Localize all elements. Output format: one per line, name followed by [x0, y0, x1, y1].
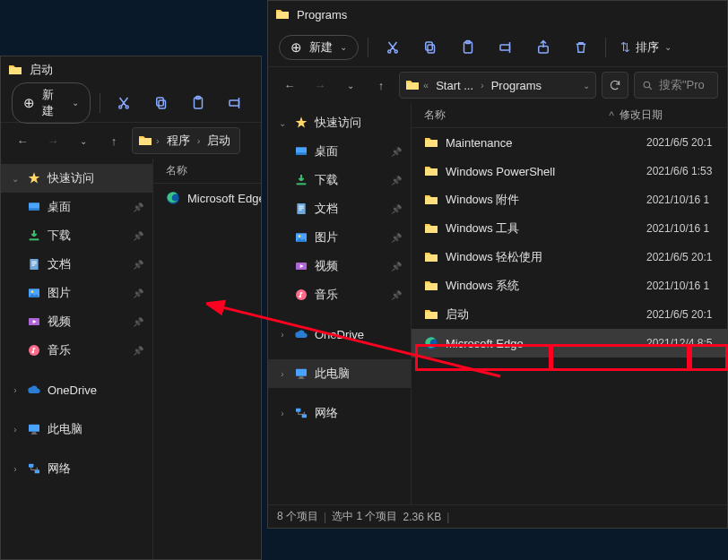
rename-icon[interactable] [221, 88, 250, 118]
sidebar-item-download[interactable]: 下载📌 [1, 221, 152, 250]
titlebar[interactable]: Programs [268, 1, 727, 28]
chevron-right-icon: › [481, 80, 484, 90]
new-button[interactable]: ⊕ 新建 ⌄ [279, 35, 359, 60]
edge-icon [166, 191, 180, 205]
column-headers[interactable]: 名称 [153, 159, 261, 184]
paste-icon[interactable] [183, 88, 212, 118]
column-name[interactable]: 名称 [424, 108, 603, 123]
sort-button[interactable]: ⇅排序⌄ [615, 32, 677, 63]
sidebar-item-picture[interactable]: 图片📌 [1, 279, 152, 307]
svg-rect-44 [302, 414, 307, 418]
titlebar[interactable]: 启动 [1, 56, 261, 83]
sidebar-item-doc[interactable]: 文档📌 [1, 250, 152, 279]
edge-icon [424, 336, 438, 350]
sidebar-item-pc[interactable]: ›此电脑 [268, 359, 411, 388]
sidebar-item-label: 此电脑 [48, 421, 82, 437]
column-headers[interactable]: 名称 ^ 修改日期 [412, 103, 727, 128]
svg-rect-32 [297, 203, 305, 214]
chevron-icon: › [277, 409, 288, 418]
up-button[interactable]: ↑ [368, 73, 394, 98]
sidebar-item-video[interactable]: 视频📌 [1, 307, 152, 336]
sidebar-item-picture[interactable]: 图片📌 [268, 223, 411, 252]
sidebar-item-desktop[interactable]: 桌面📌 [268, 137, 411, 166]
chevron-down-icon[interactable]: ⌄ [583, 81, 590, 90]
sidebar-item-network[interactable]: ›网络 [1, 454, 152, 483]
chevron-icon: ⌄ [10, 174, 21, 184]
svg-rect-1 [156, 98, 163, 106]
file-date: 2021/6/5 20:1 [646, 308, 727, 321]
recent-button[interactable]: ⌄ [71, 128, 96, 153]
recent-button[interactable]: ⌄ [338, 73, 363, 98]
sidebar-item-label: 图片 [315, 229, 338, 246]
doc-icon [293, 201, 309, 217]
search-input[interactable]: 搜索"Pro [634, 72, 718, 99]
file-item[interactable]: Microsoft Edge2021/12/4 8:5 [412, 329, 727, 358]
breadcrumb[interactable]: « Start ... › Programs ⌄ [399, 72, 596, 99]
sidebar-item-star[interactable]: ⌄快速访问 [268, 108, 411, 137]
sidebar-item-cloud[interactable]: ›OneDrive [1, 375, 152, 404]
forward-button[interactable]: → [40, 128, 65, 153]
sidebar-item-cloud[interactable]: ›OneDrive [268, 320, 411, 349]
file-item[interactable]: Windows PowerShell2021/6/6 1:53 [412, 157, 727, 185]
svg-rect-31 [297, 183, 307, 185]
copy-icon[interactable] [415, 32, 446, 63]
sidebar-item-video[interactable]: 视频📌 [268, 252, 411, 280]
cut-icon[interactable] [109, 88, 139, 118]
cloud-icon [26, 382, 42, 398]
crumb-current[interactable]: Programs [488, 79, 545, 92]
file-item[interactable]: Windows 轻松使用2021/6/5 20:1 [412, 243, 727, 271]
svg-point-37 [299, 235, 301, 237]
crumb-1[interactable]: 启动 [204, 133, 234, 149]
file-item[interactable]: Windows 工具2021/10/16 1 [412, 214, 727, 243]
delete-icon[interactable] [566, 32, 596, 63]
sidebar-item-network[interactable]: ›网络 [268, 399, 411, 427]
file-date: 2021/6/6 1:53 [646, 165, 727, 177]
sidebar-item-desktop[interactable]: 桌面📌 [1, 193, 152, 221]
file-date: 2021/10/16 1 [646, 280, 727, 292]
svg-rect-18 [31, 434, 38, 435]
file-item[interactable]: Windows 附件2021/10/16 1 [412, 185, 727, 214]
folder-icon [275, 7, 290, 22]
column-date[interactable]: 修改日期 [620, 108, 727, 123]
up-button[interactable]: ↑ [101, 128, 126, 153]
pin-icon: 📌 [391, 262, 402, 271]
download-icon [293, 172, 309, 188]
chevron-icon: › [10, 464, 21, 474]
copy-icon[interactable] [146, 88, 176, 118]
folder-icon [424, 164, 438, 178]
back-button[interactable]: ← [10, 128, 35, 153]
file-name: Windows 系统 [446, 278, 639, 294]
sidebar-item-music[interactable]: 音乐📌 [268, 280, 411, 309]
file-item[interactable]: Maintenance2021/6/5 20:1 [412, 128, 727, 157]
sidebar-item-pc[interactable]: ›此电脑 [1, 415, 152, 444]
cut-icon[interactable] [377, 32, 408, 63]
file-item[interactable]: Windows 系统2021/10/16 1 [412, 271, 727, 300]
paste-icon[interactable] [453, 32, 483, 63]
sidebar-item-label: OneDrive [315, 328, 364, 341]
back-button[interactable]: ← [277, 73, 302, 98]
pin-icon: 📌 [391, 204, 402, 214]
sidebar-item-doc[interactable]: 文档📌 [268, 194, 411, 223]
refresh-button[interactable] [602, 72, 628, 99]
svg-rect-42 [299, 378, 305, 379]
sidebar-item-star[interactable]: ⌄快速访问 [1, 164, 152, 193]
share-icon[interactable] [528, 32, 559, 63]
file-item[interactable]: 启动2021/6/5 20:1 [412, 300, 727, 329]
new-button[interactable]: ⊕ 新建 ⌄ [12, 82, 91, 124]
file-item[interactable]: Microsoft Edge [153, 184, 261, 212]
file-date: 2021/12/4 8:5 [646, 337, 727, 349]
crumb-prefix[interactable]: Start ... [432, 79, 477, 92]
sidebar-item-download[interactable]: 下载📌 [268, 166, 411, 194]
rename-icon[interactable] [490, 32, 521, 63]
toolbar: ⊕ 新建 ⌄ [1, 83, 261, 123]
crumb-0[interactable]: 程序 [163, 133, 194, 149]
content: 名称 Microsoft Edge [153, 159, 261, 559]
chevron-icon: › [277, 369, 288, 379]
svg-rect-6 [29, 208, 39, 211]
folder-icon [405, 78, 420, 92]
sidebar-item-music[interactable]: 音乐📌 [1, 336, 152, 365]
forward-button[interactable]: → [308, 73, 333, 98]
column-name[interactable]: 名称 [166, 163, 261, 178]
svg-rect-26 [500, 45, 510, 50]
breadcrumb[interactable]: › 程序 › 启动 [132, 127, 240, 154]
